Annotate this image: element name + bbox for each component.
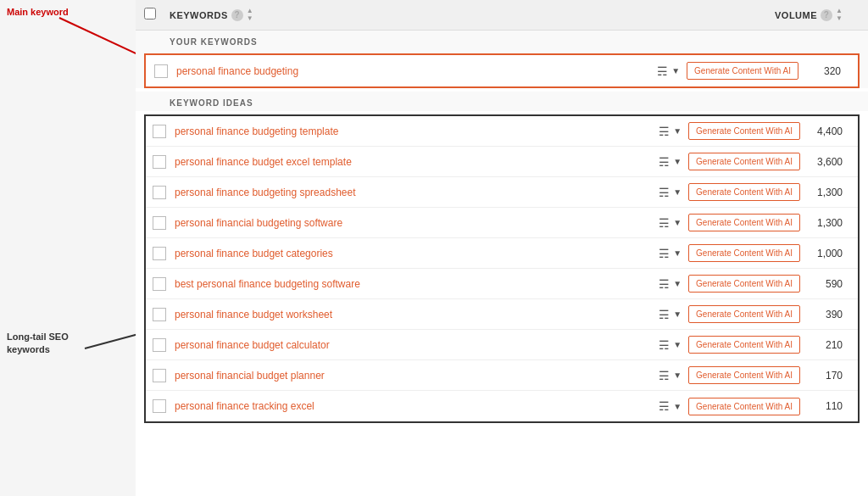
idea-generate-btn-3[interactable]: Generate Content With AI (688, 214, 800, 231)
idea-checkbox-7[interactable] (153, 338, 166, 352)
idea-volume-6: 390 (800, 309, 851, 320)
idea-generate-btn-9[interactable]: Generate Content With AI (688, 398, 800, 415)
keyword-idea-row: best personal finance budgeting software… (146, 269, 858, 299)
idea-keyword-text-4: personal finance budget categories (175, 248, 659, 259)
idea-actions-8: ☴ ▼ (659, 369, 682, 382)
chevron-down-icon[interactable]: ▼ (673, 157, 682, 166)
keyword-ideas-section: KEYWORD IDEAS personal finance budgeting… (136, 92, 868, 423)
idea-actions-7: ☴ ▼ (659, 338, 682, 352)
idea-keyword-text-5: best personal finance budgeting software (175, 278, 659, 290)
idea-checkbox-5[interactable] (153, 277, 166, 291)
filter-icon[interactable]: ☴ (657, 64, 668, 78)
idea-generate-btn-7[interactable]: Generate Content With AI (688, 336, 800, 354)
main-keyword-text: personal finance budgeting (176, 65, 657, 77)
keyword-idea-row: personal finance budgeting spreadsheet ☴… (146, 177, 858, 208)
idea-keyword-text-0: personal finance budgeting template (175, 125, 659, 137)
idea-volume-8: 170 (800, 370, 851, 382)
table-header: KEYWORDS ? ▲▼ VOLUME ? ▲▼ (136, 0, 868, 31)
idea-keyword-text-6: personal finance budget worksheet (175, 309, 659, 320)
idea-actions-6: ☴ ▼ (659, 308, 682, 321)
idea-generate-btn-0[interactable]: Generate Content With AI (688, 122, 800, 140)
keyword-idea-row: personal finance budgeting template ☴ ▼ … (146, 116, 858, 147)
main-keyword-row: personal finance budgeting ☴ ▼ Generate … (144, 53, 860, 88)
filter-icon[interactable]: ☴ (659, 308, 670, 321)
volume-sort[interactable]: ▲▼ (836, 8, 843, 22)
idea-volume-7: 210 (800, 339, 851, 351)
keyword-ideas-list: personal finance budgeting template ☴ ▼ … (144, 114, 860, 423)
filter-icon[interactable]: ☴ (659, 369, 670, 382)
chevron-down-icon[interactable]: ▼ (673, 126, 682, 136)
chevron-down-icon[interactable]: ▼ (673, 218, 682, 227)
idea-checkbox-9[interactable] (153, 399, 166, 413)
idea-checkbox-1[interactable] (153, 155, 166, 169)
filter-icon[interactable]: ☴ (659, 155, 670, 169)
idea-actions-1: ☴ ▼ (659, 155, 682, 169)
filter-icon[interactable]: ☴ (659, 125, 670, 138)
idea-generate-btn-6[interactable]: Generate Content With AI (688, 305, 800, 323)
chevron-down-icon[interactable]: ▼ (673, 248, 682, 258)
idea-keyword-text-7: personal finance budget calculator (175, 339, 659, 351)
idea-volume-3: 1,300 (800, 217, 851, 229)
main-keyword-checkbox[interactable] (154, 64, 168, 78)
idea-generate-btn-2[interactable]: Generate Content With AI (688, 183, 800, 201)
idea-checkbox-8[interactable] (153, 369, 166, 382)
idea-generate-btn-1[interactable]: Generate Content With AI (688, 153, 800, 170)
main-keyword-actions: ☴ ▼ (657, 64, 680, 78)
chevron-down-icon[interactable]: ▼ (673, 340, 682, 349)
keywords-sort[interactable]: ▲▼ (247, 8, 253, 22)
idea-actions-0: ☴ ▼ (659, 125, 682, 138)
filter-icon[interactable]: ☴ (659, 216, 670, 230)
chevron-down-icon[interactable]: ▼ (673, 187, 682, 197)
chevron-down-icon[interactable]: ▼ (671, 66, 680, 75)
idea-volume-5: 590 (800, 278, 851, 290)
filter-icon[interactable]: ☴ (659, 247, 670, 260)
idea-volume-4: 1,000 (800, 248, 851, 259)
idea-volume-2: 1,300 (800, 187, 851, 198)
idea-keyword-text-3: personal financial budgeting software (175, 217, 659, 229)
idea-volume-1: 3,600 (800, 156, 851, 168)
chevron-down-icon[interactable]: ▼ (673, 279, 682, 288)
idea-generate-btn-8[interactable]: Generate Content With AI (688, 366, 800, 384)
idea-actions-2: ☴ ▼ (659, 186, 682, 199)
filter-icon[interactable]: ☴ (659, 338, 670, 352)
idea-keyword-text-2: personal finance budgeting spreadsheet (175, 187, 659, 198)
idea-generate-btn-4[interactable]: Generate Content With AI (688, 244, 800, 262)
idea-actions-4: ☴ ▼ (659, 247, 682, 260)
chevron-down-icon[interactable]: ▼ (673, 309, 682, 319)
filter-icon[interactable]: ☴ (659, 399, 670, 413)
idea-checkbox-6[interactable] (153, 308, 166, 321)
keyword-idea-row: personal finance budget categories ☴ ▼ G… (146, 238, 858, 269)
idea-checkbox-3[interactable] (153, 216, 166, 230)
chevron-down-icon[interactable]: ▼ (673, 371, 682, 380)
filter-icon[interactable]: ☴ (659, 186, 670, 199)
main-keyword-annotation: Main keyword (7, 7, 69, 17)
idea-checkbox-4[interactable] (153, 247, 166, 260)
your-keywords-section: YOUR KEYWORDS personal finance budgeting… (136, 31, 868, 88)
keyword-idea-row: personal finance budget worksheet ☴ ▼ Ge… (146, 299, 858, 330)
volume-column-header: VOLUME ? ▲▼ (775, 8, 860, 22)
keyword-idea-row: personal financial budgeting software ☴ … (146, 208, 858, 238)
idea-keyword-text-8: personal financial budget planner (175, 370, 659, 382)
idea-keyword-text-1: personal finance budget excel template (175, 156, 659, 168)
idea-volume-9: 110 (800, 400, 851, 412)
header-checkbox[interactable] (144, 8, 161, 23)
volume-info-icon: ? (821, 9, 832, 21)
idea-generate-btn-5[interactable]: Generate Content With AI (688, 275, 800, 293)
main-keyword-volume: 320 (798, 65, 849, 77)
chevron-down-icon[interactable]: ▼ (673, 402, 682, 411)
filter-icon[interactable]: ☴ (659, 277, 670, 291)
keyword-idea-row: personal financial budget planner ☴ ▼ Ge… (146, 360, 858, 391)
keyword-idea-row: personal finance budget excel template ☴… (146, 147, 858, 177)
idea-checkbox-0[interactable] (153, 125, 166, 138)
idea-actions-3: ☴ ▼ (659, 216, 682, 230)
keyword-idea-row: personal finance tracking excel ☴ ▼ Gene… (146, 391, 858, 421)
keyword-table: KEYWORDS ? ▲▼ VOLUME ? ▲▼ YOUR KEYWORDS … (136, 0, 868, 496)
keyword-ideas-label: KEYWORD IDEAS (136, 92, 868, 111)
keywords-column-header: KEYWORDS ? ▲▼ (170, 8, 775, 22)
main-keyword-generate-btn[interactable]: Generate Content With AI (687, 62, 798, 80)
keywords-info-icon: ? (231, 9, 243, 21)
longtail-annotation: Long-tail SEO keywords (7, 331, 69, 357)
idea-actions-9: ☴ ▼ (659, 399, 682, 413)
idea-checkbox-2[interactable] (153, 186, 166, 199)
idea-volume-0: 4,400 (800, 125, 851, 137)
